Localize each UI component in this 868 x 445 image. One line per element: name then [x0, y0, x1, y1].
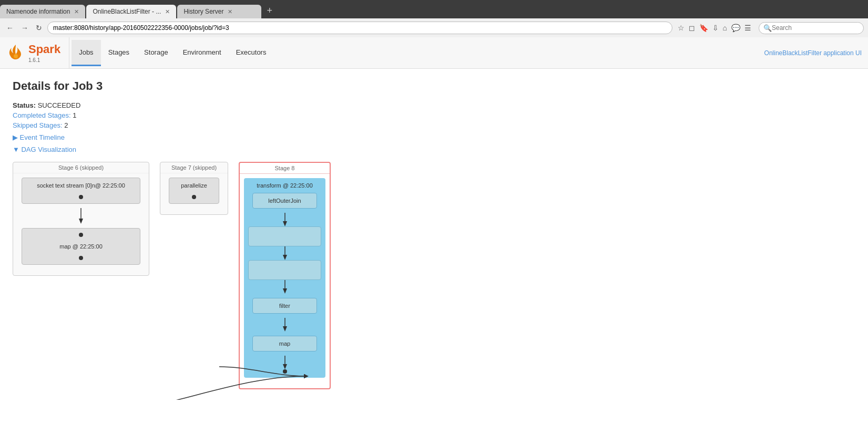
- tab-blacklist-label: OnlineBlackListFilter - ...: [93, 8, 161, 15]
- s8-conn1: [248, 213, 321, 226]
- stage6-node2: map @ 22:25:00: [22, 228, 140, 265]
- spark-flame-icon: [6, 43, 25, 61]
- stage8-filter-node: filter: [252, 298, 317, 314]
- stage8-join-node: leftOuterJoin: [252, 193, 317, 209]
- svg-marker-12: [283, 364, 287, 369]
- stage-7-box: Stage 7 (skipped) parallelize: [160, 162, 228, 215]
- spark-logo-text: Spark: [28, 43, 60, 56]
- dot-s6n1: [79, 195, 83, 199]
- search-wrap: 🔍: [759, 22, 864, 34]
- toolbar-icons: ☆ ◻ 🔖 ⇩ ⌂ 💬 ☰: [678, 24, 751, 32]
- reading-mode-icon[interactable]: ◻: [689, 24, 695, 32]
- home-icon[interactable]: ⌂: [723, 24, 727, 32]
- dot-s6n2b: [79, 256, 83, 260]
- s8-conn2: [248, 246, 321, 260]
- nav-storage[interactable]: Storage: [137, 40, 176, 66]
- spark-nav: Spark 1.6.1 Jobs Stages Storage Environm…: [0, 37, 868, 69]
- dag-visualization-toggle[interactable]: ▼ DAG Visualization: [13, 146, 855, 153]
- completed-stages-row: Completed Stages: 1: [13, 111, 855, 119]
- main-content: Details for Job 3 Status: SUCCEEDED Comp…: [0, 69, 868, 400]
- status-row: Status: SUCCEEDED: [13, 101, 855, 109]
- stage-8-box: Stage 8 transform @ 22:25:00 leftOuterJo…: [239, 162, 331, 389]
- menu-icon[interactable]: ☰: [744, 24, 751, 32]
- stage7-node1: parallelize: [169, 178, 219, 204]
- connector-s6: [17, 208, 145, 224]
- skipped-stages-link[interactable]: Skipped Stages:: [13, 121, 63, 129]
- nav-executors[interactable]: Executors: [229, 40, 274, 66]
- forward-button[interactable]: →: [19, 23, 30, 33]
- tab-namenode-label: Namenode information: [6, 8, 70, 15]
- new-tab-button[interactable]: +: [262, 3, 277, 18]
- svg-marker-10: [283, 326, 287, 332]
- stage8-map-node: map: [252, 336, 317, 351]
- bookmark-star-icon[interactable]: ☆: [678, 24, 685, 32]
- tab-history-close[interactable]: ✕: [228, 8, 232, 15]
- event-timeline-toggle[interactable]: ▶ Event Timeline: [13, 133, 855, 141]
- stage8-spacer1: [248, 226, 321, 246]
- app-name: OnlineBlackListFilter: [764, 49, 822, 57]
- skipped-stages-row: Skipped Stages: 2: [13, 121, 855, 129]
- completed-stages-link[interactable]: Completed Stages:: [13, 111, 71, 119]
- bookmark-icon[interactable]: 🔖: [699, 24, 708, 32]
- back-button[interactable]: ←: [4, 23, 16, 33]
- tab-blacklist[interactable]: OnlineBlackListFilter - ... ✕: [86, 5, 176, 18]
- tab-namenode[interactable]: Namenode information ✕: [0, 5, 85, 18]
- svg-marker-8: [283, 288, 287, 294]
- s8-conn4: [248, 318, 321, 332]
- tab-namenode-close[interactable]: ✕: [74, 8, 79, 15]
- s8-conn3: [248, 280, 321, 294]
- tab-bar: Namenode information ✕ OnlineBlackListFi…: [0, 0, 868, 18]
- svg-marker-2: [79, 219, 83, 224]
- s8-conn5: [248, 356, 321, 369]
- status-value: SUCCEEDED: [38, 101, 81, 109]
- nav-stages[interactable]: Stages: [101, 40, 137, 66]
- search-input[interactable]: [772, 24, 856, 32]
- dot-s7n1: [192, 195, 196, 199]
- browser-chrome: Namenode information ✕ OnlineBlackListFi…: [0, 0, 868, 37]
- search-icon: 🔍: [763, 24, 772, 32]
- stage-8-label: Stage 8: [240, 163, 330, 174]
- stage-6-label: Stage 6 (skipped): [13, 162, 149, 173]
- tab-history-label: History Server: [183, 8, 223, 15]
- stage8-header: transform @ 22:25:00: [248, 182, 321, 189]
- nav-jobs[interactable]: Jobs: [72, 40, 100, 66]
- spark-version: 1.6.1: [28, 57, 60, 63]
- stage8-spacer2: [248, 260, 321, 280]
- stage-6-box: Stage 6 (skipped) socket text stream [0]…: [13, 162, 149, 276]
- skipped-stages-value: 2: [64, 121, 68, 129]
- download-icon[interactable]: ⇩: [712, 24, 719, 32]
- spark-logo: Spark 1.6.1: [6, 37, 69, 68]
- url-input[interactable]: [47, 22, 672, 34]
- tab-blacklist-close[interactable]: ✕: [165, 8, 170, 15]
- stage-7-label: Stage 7 (skipped): [160, 162, 228, 173]
- address-bar: ← → ↻ ☆ ◻ 🔖 ⇩ ⌂ 💬 ☰ 🔍: [0, 18, 868, 37]
- dag-visualization: Stage 6 (skipped) socket text stream [0]…: [13, 162, 855, 389]
- stage8-final-dot: [248, 369, 321, 374]
- reload-button[interactable]: ↻: [34, 23, 44, 33]
- chat-icon[interactable]: 💬: [731, 24, 740, 32]
- nav-environment[interactable]: Environment: [176, 40, 229, 66]
- dot-s6n2t: [79, 233, 83, 237]
- svg-marker-6: [283, 255, 287, 260]
- status-label: Status:: [13, 101, 36, 109]
- page-title: Details for Job 3: [13, 79, 855, 93]
- svg-point-0: [14, 54, 18, 58]
- completed-stages-value: 1: [73, 111, 76, 119]
- app-title: OnlineBlackListFilter application UI: [764, 49, 862, 57]
- svg-marker-4: [283, 221, 287, 226]
- stage6-node1: socket text stream [0]n@ 22:25:00: [22, 178, 140, 204]
- tab-history[interactable]: History Server ✕: [177, 5, 261, 18]
